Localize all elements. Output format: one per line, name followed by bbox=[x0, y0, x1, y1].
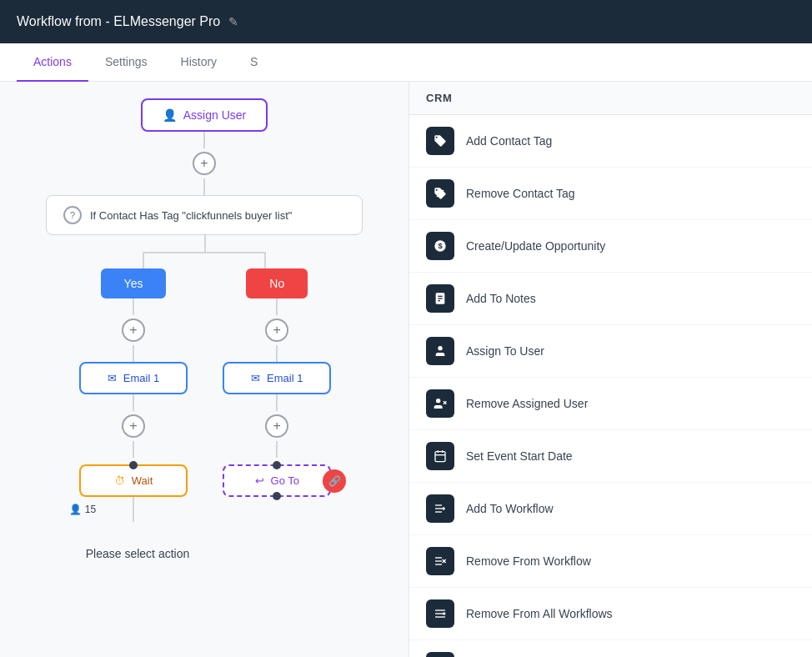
no-add-button-2[interactable]: + bbox=[265, 414, 288, 438]
crm-section-header: CRM bbox=[409, 82, 812, 115]
branch-lines-top bbox=[71, 235, 338, 268]
assign-to-user-icon bbox=[426, 337, 454, 365]
yes-vline bbox=[133, 298, 134, 315]
yes-vline2 bbox=[133, 345, 134, 362]
assign-to-user-label: Assign To User bbox=[466, 344, 544, 358]
wait-icon: ⏱ bbox=[114, 474, 125, 487]
svg-text:$: $ bbox=[438, 242, 443, 250]
please-select-text: Please select action bbox=[78, 547, 190, 560]
no-add-button[interactable]: + bbox=[265, 318, 288, 342]
email-node-1[interactable]: ✉ Email 1 bbox=[79, 362, 188, 394]
tab-actions[interactable]: Actions bbox=[17, 43, 88, 82]
no-vline2 bbox=[276, 345, 278, 362]
no-vline bbox=[276, 298, 278, 315]
user-badge-icon: 👤 bbox=[69, 504, 82, 515]
wait-node[interactable]: ⏱ Wait bbox=[79, 464, 188, 497]
add-to-notes-icon bbox=[426, 284, 454, 313]
no-vline4 bbox=[276, 441, 278, 458]
wait-label: Wait bbox=[132, 474, 153, 487]
remove-from-all-workflows-label: Remove From All Workflows bbox=[466, 607, 613, 620]
sidebar-item-remove-opportunity[interactable]: Remove Opportunity bbox=[409, 640, 812, 657]
header: Workflow from - ELMessenger Pro ✎ bbox=[0, 0, 812, 43]
email-icon-2: ✉ bbox=[251, 372, 260, 384]
main-content: 👤 Assign User + ? If Contact Has Tag "cl… bbox=[0, 82, 812, 657]
sidebar-item-assign-to-user[interactable]: Assign To User bbox=[409, 325, 812, 378]
sidebar-item-remove-assigned-user[interactable]: Remove Assigned User bbox=[409, 378, 812, 430]
goto-bottom-dot bbox=[273, 492, 281, 500]
connector-1 bbox=[203, 132, 205, 148]
user-badge: 👤 15 bbox=[69, 504, 96, 515]
user-count: 15 bbox=[85, 504, 96, 515]
sidebar-item-add-to-workflow[interactable]: Add To Workflow bbox=[409, 483, 812, 535]
no-button[interactable]: No bbox=[246, 268, 308, 298]
email-label-1: Email 1 bbox=[123, 372, 159, 384]
page-title: Workflow from - ELMessenger Pro bbox=[17, 14, 220, 29]
add-to-workflow-label: Add To Workflow bbox=[466, 502, 554, 515]
yes-add-button[interactable]: + bbox=[122, 318, 145, 342]
sidebar-item-set-event-start-date[interactable]: Set Event Start Date bbox=[409, 430, 812, 483]
edit-icon[interactable]: ✎ bbox=[228, 15, 238, 28]
sidebar-item-remove-from-workflow[interactable]: Remove From Workflow bbox=[409, 535, 812, 588]
workflow-canvas: 👤 Assign User + ? If Contact Has Tag "cl… bbox=[17, 98, 392, 577]
remove-contact-tag-icon bbox=[426, 179, 454, 208]
condition-text: If Contact Has Tag "clickfunnels buyer l… bbox=[90, 209, 292, 222]
yes-vline5 bbox=[133, 497, 134, 522]
tab-s[interactable]: S bbox=[233, 43, 274, 82]
email-label-2: Email 1 bbox=[267, 372, 303, 384]
sidebar-item-add-to-notes[interactable]: Add To Notes bbox=[409, 273, 812, 325]
link-icon-button[interactable]: 🔗 bbox=[323, 469, 346, 493]
yes-vline3 bbox=[133, 394, 134, 411]
remove-assigned-user-label: Remove Assigned User bbox=[466, 397, 588, 410]
connector-2 bbox=[203, 178, 205, 195]
goto-label: Go To bbox=[271, 474, 299, 487]
assign-user-node[interactable]: 👤 Assign User bbox=[141, 98, 268, 132]
svg-point-8 bbox=[436, 399, 440, 403]
email-node-2[interactable]: ✉ Email 1 bbox=[223, 362, 331, 394]
svg-point-7 bbox=[438, 346, 442, 350]
create-update-opportunity-label: Create/Update Opportunity bbox=[466, 239, 605, 253]
goto-node[interactable]: ↩ Go To 🔗 bbox=[223, 464, 331, 497]
yes-branch: Yes + ✉ Email 1 + ⏱ Wait bbox=[78, 268, 190, 560]
condition-icon: ? bbox=[63, 206, 82, 224]
no-branch: No + ✉ Email 1 + ↩ Go To bbox=[223, 268, 331, 497]
create-update-opportunity-icon: $ bbox=[426, 232, 454, 260]
branch-container: Yes + ✉ Email 1 + ⏱ Wait bbox=[78, 268, 332, 560]
assign-user-icon: 👤 bbox=[163, 108, 177, 122]
workflow-panel: 👤 Assign User + ? If Contact Has Tag "cl… bbox=[0, 82, 409, 657]
set-event-start-date-icon bbox=[426, 442, 454, 470]
yes-vline4 bbox=[133, 441, 134, 458]
sidebar-item-remove-contact-tag[interactable]: Remove Contact Tag bbox=[409, 168, 812, 220]
wait-dot bbox=[129, 461, 138, 469]
remove-from-all-workflows-icon bbox=[426, 599, 454, 628]
sidebar-items-list: Add Contact TagRemove Contact Tag$Create… bbox=[409, 115, 812, 657]
tab-settings[interactable]: Settings bbox=[88, 43, 164, 82]
add-to-workflow-icon bbox=[426, 494, 454, 523]
tabs-bar: Actions Settings History S bbox=[0, 43, 812, 82]
set-event-start-date-label: Set Event Start Date bbox=[466, 449, 573, 463]
remove-opportunity-icon bbox=[426, 652, 454, 657]
sidebar-item-create-update-opportunity[interactable]: $Create/Update Opportunity bbox=[409, 220, 812, 273]
tab-history[interactable]: History bbox=[164, 43, 234, 82]
yes-add-button-2[interactable]: + bbox=[122, 414, 145, 438]
add-button-1[interactable]: + bbox=[193, 152, 216, 175]
add-to-notes-label: Add To Notes bbox=[466, 292, 536, 305]
condition-node[interactable]: ? If Contact Has Tag "clickfunnels buyer… bbox=[46, 195, 363, 235]
add-contact-tag-label: Add Contact Tag bbox=[466, 134, 552, 148]
remove-contact-tag-label: Remove Contact Tag bbox=[466, 187, 574, 200]
remove-from-workflow-label: Remove From Workflow bbox=[466, 554, 591, 568]
email-icon-1: ✉ bbox=[108, 372, 117, 384]
sidebar-item-add-contact-tag[interactable]: Add Contact Tag bbox=[409, 115, 812, 168]
sidebar-item-remove-from-all-workflows[interactable]: Remove From All Workflows bbox=[409, 588, 812, 640]
remove-from-workflow-icon bbox=[426, 547, 454, 575]
remove-assigned-user-icon bbox=[426, 389, 454, 418]
goto-top-dot bbox=[273, 461, 281, 469]
sidebar-panel: CRM Add Contact TagRemove Contact Tag$Cr… bbox=[409, 82, 812, 657]
add-contact-tag-icon bbox=[426, 127, 454, 155]
yes-button[interactable]: Yes bbox=[101, 268, 167, 298]
goto-icon: ↩ bbox=[255, 474, 264, 487]
no-vline3 bbox=[276, 394, 278, 411]
assign-user-label: Assign User bbox=[183, 108, 246, 122]
svg-rect-11 bbox=[435, 452, 445, 462]
